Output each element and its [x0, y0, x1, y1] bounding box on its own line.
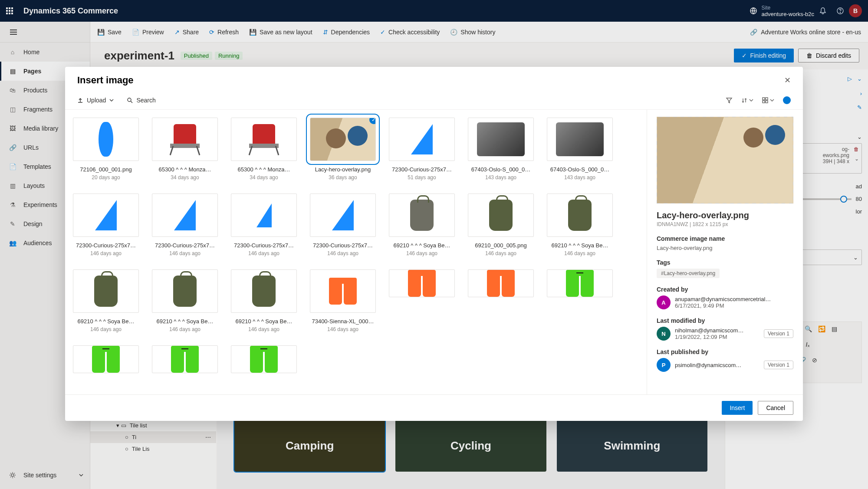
- asset-filename: 67403-Oslo-S_000_0…: [471, 166, 531, 173]
- svg-rect-6: [766, 98, 768, 100]
- asset-age: 146 days ago: [485, 250, 516, 256]
- filter-icon[interactable]: [726, 97, 733, 104]
- asset-filename: 72300-Curious-275x7…: [76, 242, 136, 249]
- asset-thumb: [468, 118, 534, 161]
- asset-age: 146 days ago: [169, 326, 201, 332]
- asset-filename: 72300-Curious-275x7…: [234, 242, 294, 249]
- modified-by-row: N niholman@dynamicscom… 1/19/2022, 12:09…: [657, 327, 793, 341]
- asset-card[interactable]: [231, 345, 297, 373]
- info-toggle[interactable]: [783, 96, 791, 104]
- asset-age: 146 days ago: [248, 326, 279, 332]
- search-button[interactable]: Search: [127, 97, 155, 104]
- asset-filename: 69210 ^ ^ ^ Soya Be…: [393, 242, 450, 249]
- asset-thumb: [389, 269, 455, 297]
- upload-button[interactable]: Upload: [77, 97, 114, 104]
- asset-age: 146 days ago: [169, 250, 201, 256]
- asset-filename: 65300 ^ ^ ^ Monza…: [238, 166, 290, 173]
- avatar: N: [657, 327, 671, 341]
- asset-filename: 69210 ^ ^ ^ Soya Be…: [77, 318, 134, 325]
- asset-thumb: [468, 269, 534, 297]
- asset-card[interactable]: 73400-Sienna-XL_000…146 days ago: [310, 269, 376, 332]
- asset-card[interactable]: [389, 269, 455, 332]
- version-pill: Version 1: [764, 329, 793, 338]
- asset-card[interactable]: 72300-Curious-275x7…146 days ago: [231, 194, 297, 256]
- close-button[interactable]: ✕: [784, 75, 791, 85]
- asset-card[interactable]: 69210 ^ ^ ^ Soya Be…146 days ago: [389, 194, 455, 256]
- asset-thumb: [231, 269, 297, 313]
- asset-card[interactable]: 72300-Curious-275x7…146 days ago: [152, 194, 218, 256]
- asset-age: 146 days ago: [327, 326, 358, 332]
- asset-thumb: [389, 118, 455, 161]
- asset-card[interactable]: 65300 ^ ^ ^ Monza…34 days ago: [152, 118, 218, 181]
- sort-icon: [741, 97, 747, 103]
- avatar: P: [657, 358, 671, 372]
- asset-detail-panel: Lacy-hero-overlay.png IDNMA1NWZ | 1822 x…: [647, 110, 803, 394]
- asset-thumb: [152, 118, 218, 161]
- asset-card[interactable]: 72106_000_001.png20 days ago: [73, 118, 139, 181]
- avatar: A: [657, 295, 671, 309]
- asset-card[interactable]: [152, 345, 218, 373]
- cancel-button[interactable]: Cancel: [758, 401, 793, 415]
- asset-age: 51 days ago: [408, 174, 436, 181]
- chevron-down-icon: [749, 98, 753, 102]
- version-pill: Version 1: [764, 361, 793, 369]
- asset-thumb: [73, 194, 139, 237]
- asset-card[interactable]: 69210 ^ ^ ^ Soya Be…146 days ago: [547, 194, 613, 256]
- asset-filename: 69210 ^ ^ ^ Soya Be…: [551, 242, 608, 249]
- asset-thumb: [468, 194, 534, 237]
- asset-filename: 72300-Curious-275x7…: [313, 242, 373, 249]
- asset-card[interactable]: 69210_000_005.png146 days ago: [468, 194, 534, 256]
- svg-rect-5: [763, 98, 765, 100]
- search-icon: [127, 97, 133, 103]
- tag-chip[interactable]: #Lacy-hero-overlay.png: [657, 269, 720, 278]
- asset-card[interactable]: 69210 ^ ^ ^ Soya Be…146 days ago: [152, 269, 218, 332]
- asset-card[interactable]: 69210 ^ ^ ^ Soya Be…146 days ago: [73, 269, 139, 332]
- asset-card[interactable]: 72300-Curious-275x7…146 days ago: [310, 194, 376, 256]
- asset-age: 146 days ago: [248, 250, 279, 256]
- modal-title: Insert image: [77, 75, 784, 86]
- asset-thumb: [152, 345, 218, 373]
- asset-filename: 69210 ^ ^ ^ Soya Be…: [156, 318, 213, 325]
- view-button[interactable]: [762, 97, 774, 103]
- svg-rect-8: [766, 101, 768, 103]
- asset-card[interactable]: ✓Lacy-hero-overlay.png36 days ago: [310, 118, 376, 181]
- sort-button[interactable]: [741, 97, 753, 103]
- insert-button[interactable]: Insert: [722, 401, 753, 415]
- asset-thumb: [389, 194, 455, 237]
- asset-card[interactable]: [468, 269, 534, 332]
- upload-icon: [77, 97, 83, 103]
- asset-filename: 72300-Curious-275x7…: [392, 166, 452, 173]
- svg-rect-7: [763, 101, 765, 103]
- asset-card[interactable]: [547, 269, 613, 332]
- chevron-down-icon: [109, 98, 114, 102]
- asset-age: 146 days ago: [90, 250, 122, 256]
- asset-thumb: [231, 118, 297, 161]
- asset-meta: IDNMA1NWZ | 1822 x 1215 px: [657, 221, 793, 227]
- asset-thumb: [547, 269, 613, 297]
- asset-thumb: [310, 269, 376, 313]
- asset-age: 143 days ago: [564, 174, 595, 181]
- asset-card[interactable]: [73, 345, 139, 373]
- asset-age: 20 days ago: [92, 174, 120, 181]
- asset-thumb: [547, 118, 613, 161]
- svg-point-4: [128, 98, 131, 102]
- asset-thumb: [310, 194, 376, 237]
- asset-card[interactable]: 72300-Curious-275x7…146 days ago: [73, 194, 139, 256]
- asset-card[interactable]: 69210 ^ ^ ^ Soya Be…146 days ago: [231, 269, 297, 332]
- asset-thumb: [547, 194, 613, 237]
- asset-card[interactable]: 72300-Curious-275x7…51 days ago: [389, 118, 455, 181]
- asset-thumb: [73, 269, 139, 313]
- asset-grid: 72106_000_001.png20 days ago65300 ^ ^ ^ …: [65, 110, 647, 394]
- chevron-down-icon: [770, 98, 774, 102]
- insert-image-modal: Insert image ✕ Upload Search: [65, 67, 803, 421]
- asset-thumb: [231, 345, 297, 373]
- asset-card[interactable]: 67403-Oslo-S_000_0…143 days ago: [547, 118, 613, 181]
- asset-age: 143 days ago: [485, 174, 516, 181]
- asset-age: 146 days ago: [564, 250, 595, 256]
- asset-thumb: [231, 194, 297, 237]
- asset-card[interactable]: 67403-Oslo-S_000_0…143 days ago: [468, 118, 534, 181]
- asset-age: 146 days ago: [406, 250, 437, 256]
- asset-preview: [657, 117, 793, 203]
- asset-thumb: [152, 269, 218, 313]
- asset-card[interactable]: 65300 ^ ^ ^ Monza…34 days ago: [231, 118, 297, 181]
